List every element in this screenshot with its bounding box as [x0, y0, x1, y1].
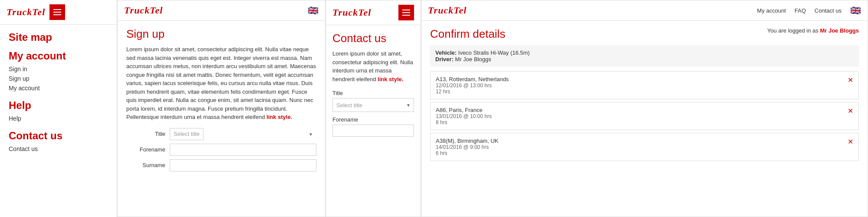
header-nav: My account FAQ Contact us 🇬🇧 — [757, 5, 861, 16]
contact-link[interactable]: link style. — [378, 76, 403, 82]
contact-body-text: Lorem ipsum dolor sit amet, consectetur … — [332, 49, 414, 83]
nav-sign-in[interactable]: Sign in — [9, 64, 108, 74]
contact-forename-input[interactable] — [332, 125, 414, 137]
signup-link[interactable]: link style. — [266, 114, 292, 120]
route-location-1: A86, Paris, France — [436, 107, 843, 113]
route-hours-1: 8 hrs — [436, 119, 843, 125]
contact-content: Contact us Lorem ipsum dolor sit amet, c… — [326, 25, 421, 147]
vehicle-info-box: Vehicle: Iveco Stralis Hi-Way (16.5m) Dr… — [430, 45, 859, 67]
contact-title-select[interactable]: Select title Mr Mrs Ms Dr — [332, 98, 414, 112]
logged-in-status: You are logged in as Mr Joe Bloggs — [767, 27, 859, 34]
title-select-wrapper: Select title Mr Mrs Ms Dr — [170, 128, 316, 140]
logo-panel1: TruckTel — [7, 7, 45, 18]
panel2-header: TruckTel 🇬🇧 — [118, 0, 325, 21]
panel-sitemap: TruckTel Site map My account Sign in Sig… — [0, 0, 117, 217]
route-info-0: A13, Rotterdam, Netherlands 12/01/2016 @… — [436, 76, 843, 95]
logo-panel3: TruckTel — [332, 7, 371, 18]
surname-input[interactable] — [170, 159, 316, 171]
route-date-1: 13/01/2016 @ 10:00 hrs — [436, 113, 843, 119]
nav-contact-us[interactable]: Contact us — [9, 144, 108, 154]
panel-confirm: TruckTel My account FAQ Contact us 🇬🇧 Co… — [421, 0, 868, 217]
flag-icon-panel4: 🇬🇧 — [850, 5, 861, 16]
logo-panel2: TruckTel — [124, 5, 163, 16]
nav-faq-link[interactable]: FAQ — [795, 7, 806, 14]
logo-panel4: TruckTel — [428, 5, 467, 16]
route-date-0: 12/01/2016 @ 13:00 hrs — [436, 82, 843, 89]
contact-title-label: Title — [332, 90, 414, 96]
panel4-header: TruckTel My account FAQ Contact us 🇬🇧 — [421, 0, 868, 21]
contact-title-select-wrapper: Select title Mr Mrs Ms Dr — [332, 98, 414, 112]
route-item-1: A86, Paris, France 13/01/2016 @ 10:00 hr… — [430, 102, 859, 130]
route-hours-2: 6 hrs — [436, 150, 843, 156]
vehicle-label: Vehicle: — [435, 49, 457, 56]
panel1-header: TruckTel — [0, 0, 117, 25]
contact-heading: Contact us — [9, 130, 108, 142]
signup-content: Sign up Lorem ipsum dolor sit amet, cons… — [118, 21, 325, 181]
contact-forename-label: Forename — [332, 116, 414, 123]
flag-icon-panel2: 🇬🇧 — [308, 5, 319, 16]
title-label: Title — [126, 131, 170, 137]
confirm-title: Confirm details — [430, 27, 505, 41]
route-info-1: A86, Paris, France 13/01/2016 @ 10:00 hr… — [436, 107, 843, 125]
surname-label: Surname — [126, 162, 170, 168]
nav-my-account-link[interactable]: My account — [757, 7, 786, 14]
hamburger-icon-panel3 — [402, 10, 410, 16]
hamburger-button[interactable] — [49, 4, 65, 20]
signup-title: Sign up — [126, 27, 316, 41]
forename-input[interactable] — [170, 144, 316, 156]
title-select[interactable]: Select title Mr Mrs Ms Dr — [170, 128, 204, 140]
panel3-header: TruckTel — [326, 0, 421, 25]
signup-body-text: Lorem ipsum dolor sit amet, consectetur … — [126, 45, 316, 122]
hamburger-icon — [53, 9, 61, 15]
route-location-0: A13, Rotterdam, Netherlands — [436, 76, 843, 82]
confirm-content: Confirm details You are logged in as Mr … — [421, 21, 868, 170]
logged-in-name: Mr Joe Bloggs — [820, 27, 859, 34]
confirm-header: Confirm details You are logged in as Mr … — [430, 27, 859, 41]
nav-contact-link[interactable]: Contact us — [815, 7, 842, 14]
close-route-0[interactable]: ✕ — [848, 76, 853, 84]
close-route-2[interactable]: ✕ — [848, 138, 853, 146]
nav-my-account[interactable]: My account — [9, 83, 108, 93]
route-info-2: A38(M), Birmingham, UK 14/01/2016 @ 9:00… — [436, 138, 843, 156]
sitemap-heading: Site map — [9, 31, 108, 43]
forename-label: Forename — [126, 146, 170, 153]
contact-title: Contact us — [332, 32, 414, 45]
route-date-2: 14/01/2016 @ 9:00 hrs — [436, 144, 843, 150]
forename-field-row: Forename — [126, 144, 316, 156]
nav-help[interactable]: Help — [9, 114, 108, 123]
hamburger-button-panel3[interactable] — [398, 5, 414, 20]
route-item-0: A13, Rotterdam, Netherlands 12/01/2016 @… — [430, 71, 859, 99]
title-field-row: Title Select title Mr Mrs Ms Dr — [126, 128, 316, 140]
driver-label: Driver: — [435, 56, 454, 62]
nav-sign-up[interactable]: Sign up — [9, 74, 108, 83]
panel-signup: TruckTel 🇬🇧 Sign up Lorem ipsum dolor si… — [117, 0, 326, 217]
help-heading: Help — [9, 99, 108, 112]
nav-menu: Site map My account Sign in Sign up My a… — [0, 25, 117, 160]
driver-value: Mr Joe Bloggs — [455, 56, 491, 62]
my-account-heading: My account — [9, 50, 108, 62]
route-item-2: A38(M), Birmingham, UK 14/01/2016 @ 9:00… — [430, 133, 859, 161]
route-hours-0: 12 hrs — [436, 89, 843, 95]
vehicle-value: Iveco Stralis Hi-Way (16.5m) — [458, 49, 530, 56]
close-route-1[interactable]: ✕ — [848, 107, 853, 115]
surname-field-row: Surname — [126, 159, 316, 171]
route-location-2: A38(M), Birmingham, UK — [436, 138, 843, 144]
panel-contact: TruckTel Contact us Lorem ipsum dolor si… — [326, 0, 421, 217]
